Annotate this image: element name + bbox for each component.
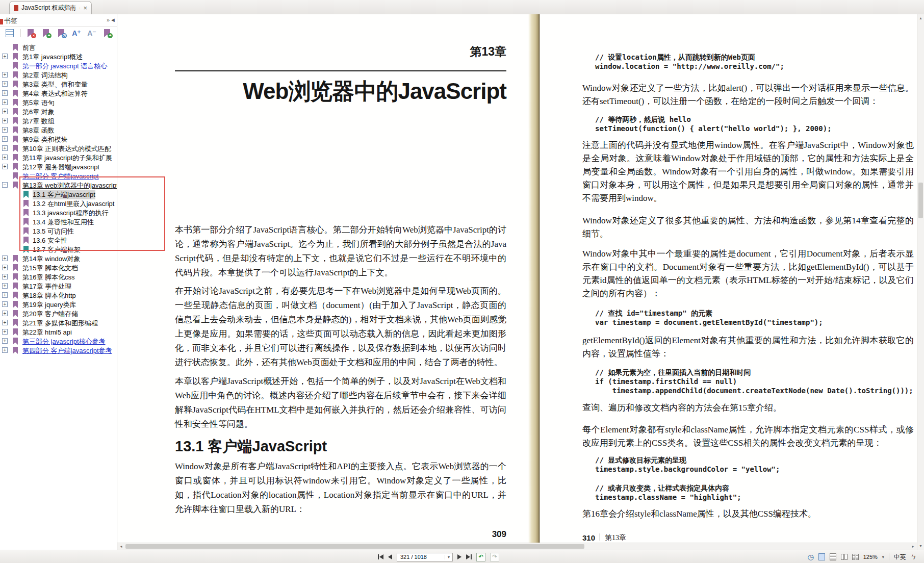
bookmark-label[interactable]: 第17章 事件处理 — [22, 282, 71, 291]
page-field-dropdown-icon[interactable]: ▾ — [445, 555, 452, 559]
bookmark-item[interactable]: 第一部分 javascript 语言核心 — [0, 61, 117, 70]
expand-toggle-icon[interactable]: + — [2, 274, 8, 279]
zoom-level[interactable]: 125% — [863, 554, 878, 560]
expand-toggle-icon[interactable]: + — [2, 136, 8, 142]
bookmark-label[interactable]: 第20章 客户端存储 — [22, 310, 78, 319]
single-page-view-icon[interactable] — [818, 553, 825, 560]
bookmark-item[interactable]: +第三部分 javascript核心参考 — [0, 337, 117, 346]
panel-expand-icon[interactable]: » — [107, 17, 110, 23]
expand-toggle-icon[interactable]: + — [2, 145, 8, 151]
expand-toggle-icon[interactable]: + — [2, 118, 8, 123]
bookmark-item[interactable]: 前言 — [0, 43, 117, 52]
collapse-toggle-icon[interactable]: − — [2, 182, 8, 188]
expand-toggle-icon[interactable]: + — [2, 255, 8, 261]
bookmark-label[interactable]: 第21章 多媒体和图形编程 — [22, 319, 98, 328]
bookmark-item[interactable]: +第9章 类和模块 — [0, 135, 117, 144]
expand-toggle-icon[interactable]: + — [2, 72, 8, 78]
expand-toggle-icon[interactable]: + — [2, 54, 8, 59]
bookmark-options-icon[interactable] — [4, 28, 15, 38]
page-number-field[interactable]: 321 / 1018 ▾ — [397, 553, 453, 561]
bookmark-item[interactable]: +第10章 正则表达式的模式匹配 — [0, 144, 117, 153]
vertical-scrollbar[interactable]: ▴ ▾ — [917, 14, 924, 550]
expand-toggle-icon[interactable]: + — [2, 90, 8, 96]
expand-toggle-icon[interactable]: + — [2, 320, 8, 325]
bookmark-label[interactable]: 第10章 正则表达式的模式匹配 — [22, 144, 111, 153]
expand-toggle-icon[interactable]: + — [2, 292, 8, 298]
bookmark-label[interactable]: 第3章 类型、值和变量 — [22, 80, 88, 89]
ime-input-mode[interactable]: ㄅ — [911, 553, 917, 561]
bookmark-label[interactable]: 第18章 脚本化http — [22, 291, 76, 300]
next-view-icon[interactable]: ↷ — [490, 553, 499, 561]
document-tab[interactable]: JavaScript 权威指南（... × — [9, 1, 92, 14]
bookmark-history-icon[interactable]: ◷ — [56, 28, 67, 38]
expand-toggle-icon[interactable]: + — [2, 329, 8, 335]
bookmark-label[interactable]: 第22章 html5 api — [22, 328, 72, 337]
bookmark-item[interactable]: +第19章 jquery类库 — [0, 300, 117, 309]
font-decrease-icon[interactable]: A⁻ — [86, 28, 97, 38]
bookmark-label[interactable]: 第三部分 javascript核心参考 — [22, 337, 106, 346]
continuous-view-icon[interactable] — [830, 553, 836, 560]
bookmark-item[interactable]: +第4章 表达式和运算符 — [0, 89, 117, 98]
bookmark-label[interactable]: 第一部分 javascript 语言核心 — [22, 62, 107, 71]
bookmark-item[interactable]: +第14章 window对象 — [0, 254, 117, 263]
bookmark-item[interactable]: +第20章 客户端存储 — [0, 309, 117, 318]
bookmark-item[interactable]: +第5章 语句 — [0, 98, 117, 107]
expand-toggle-icon[interactable]: + — [2, 347, 8, 353]
vscroll-thumb[interactable] — [918, 183, 923, 218]
scroll-left-icon[interactable]: ◂ — [118, 543, 124, 550]
bookmark-label[interactable]: 前言 — [22, 43, 36, 53]
bookmark-item[interactable]: +第15章 脚本化文档 — [0, 263, 117, 272]
bookmark-item[interactable]: +第12章 服务器端javascript — [0, 162, 117, 171]
bookmark-item[interactable]: +第18章 脚本化http — [0, 291, 117, 300]
horizontal-scrollbar[interactable]: ◂ ▸ — [117, 543, 917, 550]
bookmark-label[interactable]: 第19章 jquery类库 — [22, 300, 76, 310]
bookmark-label[interactable]: 第2章 词法结构 — [22, 71, 68, 80]
last-page-button[interactable] — [466, 553, 472, 560]
panel-collapse-icon[interactable]: ◄ — [110, 17, 116, 23]
bookmark-item[interactable]: +第2章 词法结构 — [0, 70, 117, 80]
bookmark-label[interactable]: 第5章 语句 — [22, 98, 55, 108]
bookmark-label[interactable]: 第9章 类和模块 — [22, 135, 68, 144]
previous-view-icon[interactable]: ↶ — [476, 553, 485, 561]
history-clock-icon[interactable]: ◷ — [807, 553, 813, 561]
font-increase-icon[interactable]: A⁺ — [71, 28, 82, 38]
bookmark-item[interactable]: +第3章 类型、值和变量 — [0, 80, 117, 89]
bookmark-label[interactable]: 第15章 脚本化文档 — [22, 264, 78, 273]
expand-toggle-icon[interactable]: + — [2, 311, 8, 316]
expand-toggle-icon[interactable]: + — [2, 81, 8, 87]
first-page-button[interactable] — [378, 553, 383, 560]
add-nested-bookmark-icon[interactable]: + — [101, 28, 113, 38]
expand-toggle-icon[interactable]: + — [2, 127, 8, 133]
expand-toggle-icon[interactable]: + — [2, 164, 8, 169]
add-bookmark-icon[interactable]: + — [40, 28, 52, 38]
expand-toggle-icon[interactable]: + — [2, 338, 8, 344]
bookmark-label[interactable]: 第1章 javascript概述 — [22, 53, 83, 62]
bookmark-label[interactable]: 第4章 表达式和运算符 — [22, 89, 88, 98]
tab-close-icon[interactable]: × — [83, 4, 87, 12]
expand-toggle-icon[interactable]: + — [2, 301, 8, 307]
bookmark-item[interactable]: +第7章 数组 — [0, 116, 117, 125]
expand-toggle-icon[interactable]: + — [2, 109, 8, 114]
bookmark-item[interactable]: +第22章 html5 api — [0, 327, 117, 337]
bookmark-label[interactable]: 第7章 数组 — [22, 117, 55, 126]
bookmark-label[interactable]: 第12章 服务器端javascript — [22, 163, 99, 172]
bookmark-item[interactable]: +第6章 对象 — [0, 107, 117, 116]
bookmark-item[interactable]: +第1章 javascript概述 — [0, 52, 117, 61]
bookmark-label[interactable]: 第14章 window对象 — [22, 254, 80, 264]
scroll-up-icon[interactable]: ▴ — [917, 15, 924, 21]
previous-page-button[interactable] — [388, 553, 392, 560]
scroll-right-icon[interactable]: ▸ — [910, 543, 916, 550]
expand-toggle-icon[interactable]: + — [2, 155, 8, 160]
expand-toggle-icon[interactable]: + — [2, 283, 8, 289]
zoom-dropdown-icon[interactable]: ▾ — [882, 555, 884, 559]
delete-bookmark-icon[interactable]: × — [25, 28, 36, 38]
next-page-button[interactable] — [457, 553, 461, 560]
bookmark-label[interactable]: 第四部分 客户端javascript参考 — [22, 346, 112, 355]
hscroll-thumb[interactable] — [125, 544, 584, 549]
expand-toggle-icon[interactable]: + — [2, 99, 8, 105]
bookmark-label[interactable]: 第16章 脚本化css — [22, 273, 75, 282]
bookmark-item[interactable]: +第四部分 客户端javascript参考 — [0, 346, 117, 355]
bookmark-label[interactable]: 第6章 对象 — [22, 108, 55, 117]
bookmark-label[interactable]: 第11章 javascript的子集和扩展 — [22, 153, 112, 163]
bookmark-item[interactable]: +第21章 多媒体和图形编程 — [0, 318, 117, 327]
